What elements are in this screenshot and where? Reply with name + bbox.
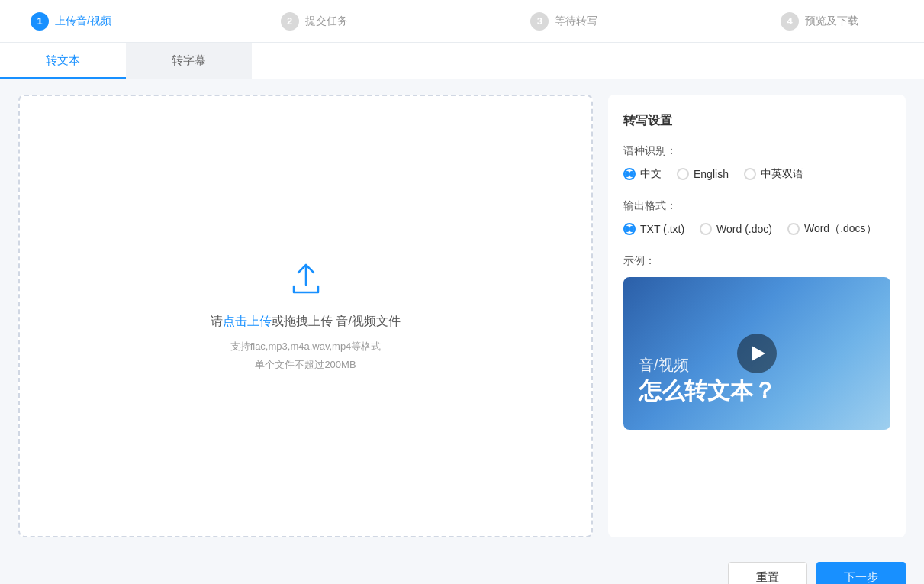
example-label: 示例： — [623, 254, 890, 268]
play-button[interactable] — [737, 334, 777, 373]
language-zh[interactable]: 中文 — [623, 167, 662, 181]
settings-panel: 转写设置 语种识别： 中文 English 中英双语 — [608, 95, 906, 537]
step-2-label: 提交任务 — [305, 15, 348, 28]
language-bilingual[interactable]: 中英双语 — [744, 167, 803, 181]
upload-link[interactable]: 点击上传 — [223, 315, 272, 327]
language-options: 中文 English 中英双语 — [623, 167, 890, 181]
step-4-circle: 4 — [781, 12, 799, 31]
radio-docs — [787, 223, 800, 235]
step-4-label: 预览及下载 — [805, 15, 858, 28]
language-label: 语种识别： — [623, 144, 890, 158]
settings-title: 转写设置 — [623, 113, 890, 129]
step-1-circle: 1 — [31, 12, 49, 31]
upload-area[interactable]: 请点击上传或拖拽上传 音/视频文件 支持flac,mp3,m4a,wav,mp4… — [18, 95, 593, 537]
language-section: 语种识别： 中文 English 中英双语 — [623, 144, 890, 181]
video-thumbnail[interactable]: 音/视频 怎么转文本？ — [623, 277, 890, 430]
step-1: 1 上传音/视频 — [31, 12, 143, 31]
step-1-label: 上传音/视频 — [55, 15, 111, 28]
footer: 重置 下一步 — [0, 553, 924, 584]
step-2-circle: 2 — [281, 12, 299, 31]
tabs: 转文本 转字幕 — [0, 43, 924, 79]
radio-doc — [700, 223, 712, 235]
next-button[interactable]: 下一步 — [816, 562, 906, 584]
step-line-2 — [406, 21, 519, 21]
play-icon — [752, 346, 765, 361]
upload-hint: 支持flac,mp3,m4a,wav,mp4等格式 单个文件不超过200MB — [230, 337, 382, 373]
language-en[interactable]: English — [677, 168, 729, 180]
tab-subtitle[interactable]: 转字幕 — [126, 43, 252, 79]
format-options: TXT (.txt) Word (.doc) Word（.docs） — [623, 222, 890, 236]
step-3: 3 等待转写 — [530, 12, 643, 31]
format-label: 输出格式： — [623, 199, 890, 213]
format-txt[interactable]: TXT (.txt) — [623, 223, 684, 235]
progress-bar: 1 上传音/视频 2 提交任务 3 等待转写 4 预览及下载 — [0, 0, 924, 43]
upload-icon — [286, 259, 326, 302]
reset-button[interactable]: 重置 — [728, 562, 807, 584]
radio-txt — [623, 223, 636, 235]
step-2: 2 提交任务 — [281, 12, 394, 31]
radio-en — [677, 168, 689, 180]
example-section: 示例： 音/视频 怎么转文本？ — [623, 254, 890, 430]
main-content: 请点击上传或拖拽上传 音/视频文件 支持flac,mp3,m4a,wav,mp4… — [0, 79, 924, 553]
format-doc[interactable]: Word (.doc) — [700, 223, 772, 235]
video-title-line2: 怎么转文本？ — [639, 376, 776, 407]
format-section: 输出格式： TXT (.txt) Word (.doc) Word（.docs） — [623, 199, 890, 236]
step-3-label: 等待转写 — [555, 15, 597, 28]
step-4: 4 预览及下载 — [781, 12, 893, 31]
tab-text[interactable]: 转文本 — [0, 43, 126, 79]
step-line-3 — [655, 21, 768, 21]
radio-zh — [623, 168, 636, 180]
step-line-1 — [156, 21, 269, 21]
format-docs[interactable]: Word（.docs） — [787, 222, 877, 236]
radio-bilingual — [744, 168, 756, 180]
step-3-circle: 3 — [530, 12, 549, 31]
upload-prompt: 请点击上传或拖拽上传 音/视频文件 — [211, 314, 401, 330]
